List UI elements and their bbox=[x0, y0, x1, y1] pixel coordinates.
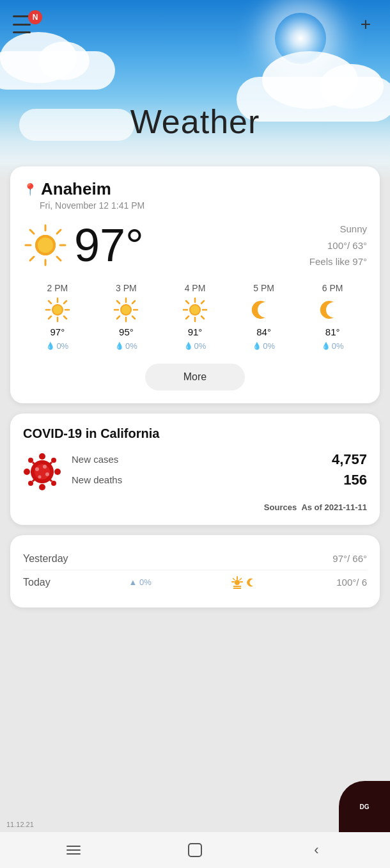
bottom-date: 11.12.21 bbox=[6, 821, 34, 828]
svg-line-7 bbox=[30, 257, 34, 261]
svg-line-38 bbox=[186, 316, 189, 319]
sunrise-icon bbox=[230, 575, 244, 590]
source-label: Sources bbox=[264, 502, 297, 512]
svg-point-59 bbox=[35, 467, 39, 471]
svg-point-45 bbox=[24, 469, 30, 475]
yesterday-temps: 97°/ 66° bbox=[332, 553, 367, 564]
recent-apps-button[interactable] bbox=[58, 839, 90, 862]
sun-weather-icon bbox=[23, 223, 68, 268]
watermark: DG bbox=[339, 781, 390, 832]
new-deaths-row: New deaths 156 bbox=[72, 472, 367, 488]
svg-point-40 bbox=[191, 305, 199, 314]
hour-item-2: 3 PM 95° 💧0% bbox=[92, 283, 161, 351]
add-location-button[interactable]: + bbox=[354, 13, 377, 36]
feels-like: Feels like 97° bbox=[309, 253, 367, 270]
svg-line-4 bbox=[30, 230, 34, 234]
svg-point-60 bbox=[43, 465, 47, 469]
covid-card: COVID-19 in California bbox=[10, 414, 380, 525]
hour-temp: 95° bbox=[119, 326, 134, 337]
watermark-text: DG bbox=[360, 803, 370, 810]
notification-badge: N bbox=[28, 10, 42, 24]
hour-sun-icon-1 bbox=[45, 297, 70, 323]
home-icon bbox=[188, 843, 202, 857]
back-button[interactable]: ‹ bbox=[300, 839, 332, 862]
svg-line-26 bbox=[132, 316, 135, 319]
svg-line-15 bbox=[49, 301, 51, 303]
hour-label: 4 PM bbox=[185, 283, 206, 293]
hour-label: 3 PM bbox=[116, 283, 137, 293]
history-card: Yesterday 97°/ 66° Today ▲ 0% bbox=[10, 535, 380, 607]
svg-point-61 bbox=[45, 472, 49, 476]
current-temperature: 97° bbox=[74, 222, 144, 268]
new-cases-row: New cases 4,757 bbox=[72, 451, 367, 468]
hour-moon-icon-4 bbox=[251, 297, 277, 323]
covid-title: COVID-19 in California bbox=[23, 426, 367, 441]
yesterday-row: Yesterday 97°/ 66° bbox=[23, 548, 367, 570]
hour-temp: 91° bbox=[188, 326, 203, 337]
svg-point-43 bbox=[39, 453, 45, 460]
today-temps: 100°/ 6 bbox=[336, 577, 367, 588]
location-row: 📍 Anaheim bbox=[23, 179, 367, 199]
home-button[interactable] bbox=[179, 839, 211, 862]
hour-label: 2 PM bbox=[47, 283, 68, 293]
svg-line-28 bbox=[117, 316, 120, 319]
weather-card: 📍 Anaheim Fri, November 12 1:41 PM bbox=[10, 166, 380, 403]
current-weather: 97° Sunny 100°/ 63° Feels like 97° bbox=[23, 221, 367, 270]
hour-precip: 💧0% bbox=[322, 341, 344, 351]
weather-details: Sunny 100°/ 63° Feels like 97° bbox=[309, 221, 367, 270]
location-name: Anaheim bbox=[41, 179, 111, 199]
hour-precip: 💧0% bbox=[184, 341, 207, 351]
new-deaths-value: 156 bbox=[343, 472, 367, 488]
hour-precip: 💧0% bbox=[46, 341, 68, 351]
hour-item-1: 2 PM 97° 💧0% bbox=[23, 283, 92, 351]
bottom-nav-bar: 11.12.21 ‹ bbox=[0, 832, 390, 868]
svg-line-37 bbox=[201, 301, 204, 303]
svg-line-25 bbox=[117, 301, 120, 303]
svg-line-17 bbox=[64, 301, 66, 303]
high-low-temps: 100°/ 63° bbox=[309, 237, 367, 254]
recent-apps-icon bbox=[66, 846, 81, 855]
svg-point-20 bbox=[53, 305, 62, 314]
top-nav: N + bbox=[0, 13, 390, 36]
hour-sun-icon-3 bbox=[182, 297, 208, 323]
condition-label: Sunny bbox=[309, 221, 367, 237]
hour-item-4: 5 PM 84° 💧0% bbox=[230, 283, 299, 351]
datetime: Fri, November 12 1:41 PM bbox=[40, 200, 367, 211]
covid-numbers: New cases 4,757 New deaths 156 bbox=[72, 451, 367, 492]
hour-item-5: 6 PM 81° 💧0% bbox=[298, 283, 367, 351]
hour-sun-icon-2 bbox=[113, 297, 139, 323]
svg-line-16 bbox=[64, 316, 66, 319]
hour-temp: 97° bbox=[50, 326, 65, 337]
more-button[interactable]: More bbox=[145, 364, 245, 390]
svg-line-27 bbox=[132, 301, 135, 303]
hour-moon-icon-5 bbox=[320, 297, 345, 323]
covid-source: Sources As of 2021-11-11 bbox=[23, 502, 367, 512]
svg-line-5 bbox=[57, 257, 61, 261]
svg-point-62 bbox=[38, 475, 42, 478]
svg-point-48 bbox=[51, 481, 56, 486]
hour-precip: 💧0% bbox=[253, 341, 275, 351]
svg-point-44 bbox=[39, 484, 45, 490]
svg-point-68 bbox=[235, 580, 240, 585]
today-label: Today bbox=[23, 577, 51, 588]
hour-temp: 81° bbox=[325, 326, 340, 337]
new-cases-label: New cases bbox=[72, 454, 118, 465]
svg-line-35 bbox=[186, 301, 189, 303]
svg-point-10 bbox=[38, 237, 53, 253]
main-content: 📍 Anaheim Fri, November 12 1:41 PM bbox=[0, 166, 390, 607]
svg-line-18 bbox=[49, 316, 51, 319]
source-date: As of 2021-11-11 bbox=[301, 502, 367, 512]
moon-icon bbox=[247, 577, 258, 588]
back-icon: ‹ bbox=[314, 842, 318, 858]
covid-stats: New cases 4,757 New deaths 156 bbox=[23, 451, 367, 492]
temp-section: 97° bbox=[23, 222, 144, 268]
svg-point-46 bbox=[54, 469, 61, 475]
svg-line-6 bbox=[57, 230, 61, 234]
hour-label: 6 PM bbox=[322, 283, 343, 293]
menu-button[interactable]: N bbox=[13, 13, 41, 36]
page-title: Weather bbox=[0, 102, 390, 141]
yesterday-label: Yesterday bbox=[23, 553, 68, 565]
hour-precip: 💧0% bbox=[115, 341, 137, 351]
new-cases-value: 4,757 bbox=[332, 451, 367, 468]
svg-line-67 bbox=[240, 578, 242, 580]
